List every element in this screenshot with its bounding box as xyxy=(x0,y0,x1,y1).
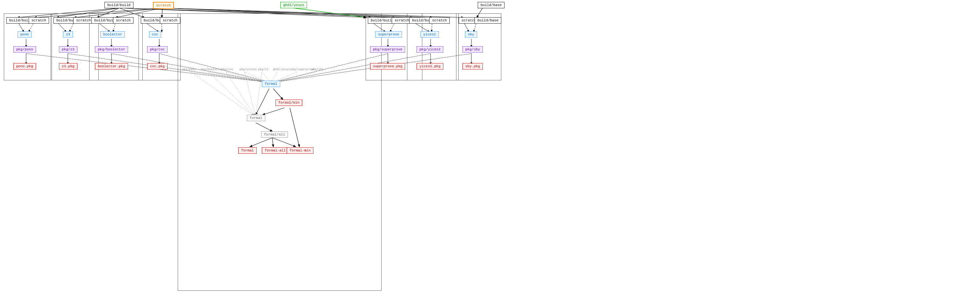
node-superprove-pkg: superprove.pkg xyxy=(370,63,405,69)
node-sby-pkg: sby.pkg xyxy=(463,63,483,69)
label-pkg-pono-small: pkg/pono xyxy=(182,68,196,71)
node-cvc-pkg: cvc.pkg xyxy=(147,63,167,69)
node-formal-min-red-bottom: formal–min xyxy=(286,147,313,154)
node-z3-blue: z3 xyxy=(63,31,73,38)
node-formal-blue: formal xyxy=(262,81,280,87)
node-ghdl-yosys-top: ghdl/yosys xyxy=(280,2,307,8)
node-sby-buildbase: build/base xyxy=(474,17,501,24)
node-boolector-scratch: scratch xyxy=(113,17,134,24)
node-scratch-top: scratch xyxy=(153,2,174,9)
node-formal-red-bottom: formal xyxy=(238,147,257,154)
node-pkg-z3: pkg/z3 xyxy=(59,46,77,53)
node-formal-all-red: formal–all xyxy=(262,147,288,154)
node-sby-blue: sby xyxy=(465,31,477,38)
node-boolector-blue: boolector xyxy=(100,31,125,38)
node-build-build-top: build/build xyxy=(105,2,134,8)
node-z3-scratch: scratch xyxy=(73,17,94,24)
label-pkg-yices2-small: pkg/yices2 xyxy=(240,68,257,71)
node-cvc-blue: cvc xyxy=(149,31,161,38)
node-pkg-sby: pkg/sby xyxy=(463,46,483,53)
label-pkg-boolector-small: pkg/boolector xyxy=(200,68,223,71)
label-pkg-superprove-small: pkg/superprove xyxy=(291,68,315,71)
label-pkg-z3-small: pkg/z3 xyxy=(258,68,268,71)
diagram-container: build/build scratch ghdl/yosys build/bas… xyxy=(0,0,980,301)
node-formal-all-gray: formal/all xyxy=(261,131,288,138)
node-pkg-superprove: pkg/superprove xyxy=(370,46,405,53)
label-pkg-sby-small: pkg/sby xyxy=(312,68,324,71)
node-pkg-pono: pkg/pono xyxy=(13,46,36,53)
node-boolector-pkg: boolector.pkg xyxy=(95,63,128,69)
node-pono-pkg: pono.pkg xyxy=(13,63,36,69)
label-pkg-cvc-small: pkg/cvc xyxy=(221,68,234,71)
node-pkg-boolector: pkg/boolector xyxy=(95,46,128,53)
node-pkg-yices2: pkg/yices2 xyxy=(417,46,443,53)
node-yices2-scratch: scratch xyxy=(430,17,450,24)
node-superprove-blue: superprove xyxy=(375,31,402,38)
node-pono-blue: pono xyxy=(18,31,32,38)
label-ghdl-yosys-small: ghdl/yosys xyxy=(273,68,290,71)
node-cvc-scratch: scratch xyxy=(160,17,180,24)
node-z3-pkg: z3.pkg xyxy=(59,63,77,69)
node-pkg-cvc: pkg/cvc xyxy=(147,46,167,53)
node-yices2-blue: yices2 xyxy=(420,31,439,38)
node-pono-scratch: scratch xyxy=(29,17,49,24)
node-build-base-top: build/base xyxy=(478,2,504,8)
node-formal-min-red: formal/min xyxy=(275,99,302,106)
node-yices2-pkg: yices2.pkg xyxy=(417,63,443,69)
node-formal-gray: formal xyxy=(247,115,265,121)
